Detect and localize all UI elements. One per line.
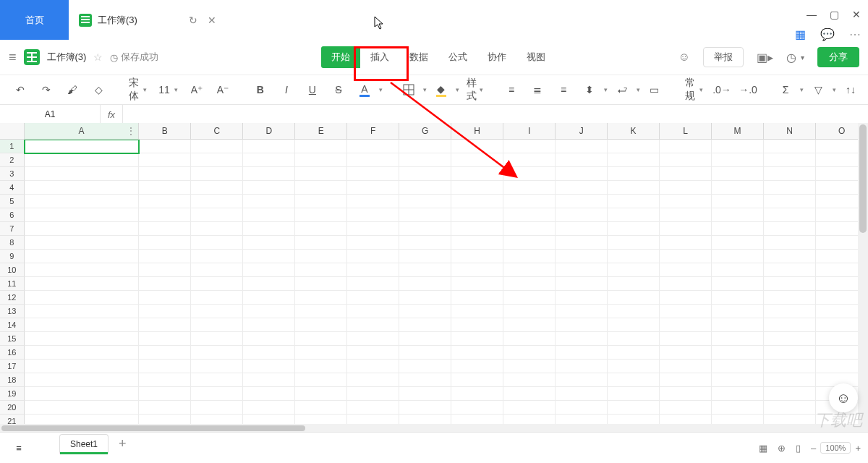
menu-data[interactable]: 数据 [399,46,438,68]
chevron-down-icon[interactable]: ▾ [801,54,804,61]
cell[interactable] [347,346,399,360]
cell[interactable] [25,263,140,277]
cell[interactable] [243,387,295,401]
cell[interactable] [347,318,399,332]
fill-color-button[interactable]: ◆ [430,80,453,99]
column-header-l[interactable]: L [660,123,712,139]
cell[interactable] [712,181,764,195]
cell[interactable] [712,346,764,360]
home-tab[interactable]: 首页 [0,0,69,40]
cell[interactable] [660,222,712,236]
cell[interactable] [608,140,660,153]
cell[interactable] [399,387,451,401]
cell[interactable] [25,401,140,415]
name-box[interactable]: A1 [0,105,101,124]
cell[interactable] [347,236,399,250]
cell[interactable] [399,318,451,332]
cell[interactable] [25,318,140,332]
cell[interactable] [608,346,660,360]
cell[interactable] [243,263,295,277]
cell[interactable] [712,236,764,250]
cell[interactable] [712,277,764,291]
cell[interactable] [503,208,556,222]
cell[interactable] [712,291,764,305]
cell[interactable] [191,305,243,318]
redo-button[interactable]: ↷ [35,80,58,99]
cell[interactable] [191,346,243,360]
cell[interactable] [451,277,503,291]
refresh-icon[interactable]: ↻ [189,14,197,26]
column-header-g[interactable]: G [399,123,451,139]
cell[interactable] [399,222,451,236]
cell[interactable] [660,263,712,277]
cell[interactable] [399,236,451,250]
cell[interactable] [347,277,399,291]
cell[interactable] [660,318,712,332]
cell[interactable] [712,153,764,167]
cell[interactable] [139,387,191,401]
wrap-text-button[interactable]: ⮐ [610,80,634,99]
cell[interactable] [25,387,140,401]
chevron-down-icon[interactable]: ▾ [379,86,383,93]
cell[interactable] [556,208,608,222]
cell[interactable] [139,346,191,360]
cell[interactable] [399,373,451,387]
cell[interactable] [556,140,608,153]
cell[interactable] [451,195,503,208]
cell[interactable] [712,208,764,222]
cell[interactable] [139,195,191,208]
cell[interactable] [25,140,140,153]
cell[interactable] [399,263,451,277]
decrease-font-button[interactable]: A⁻ [211,80,234,99]
strikethrough-button[interactable]: S [327,80,350,99]
cell[interactable] [295,263,347,277]
cell[interactable] [608,305,660,318]
chevron-down-icon[interactable]: ▾ [604,86,608,93]
cell[interactable] [399,346,451,360]
row-header[interactable]: 9 [0,250,25,263]
minimize-icon[interactable]: — [807,9,817,20]
sort-button[interactable]: ↑↓ [839,80,862,99]
cell[interactable] [660,360,712,373]
cell[interactable] [347,360,399,373]
clear-format-button[interactable]: ◇ [87,80,110,99]
cell[interactable] [347,291,399,305]
cell[interactable] [660,401,712,415]
cell[interactable] [295,195,347,208]
cell[interactable] [608,277,660,291]
cell[interactable] [243,250,295,263]
cell[interactable] [191,181,243,195]
cell[interactable] [608,153,660,167]
row-header[interactable]: 11 [0,277,25,291]
cell[interactable] [556,195,608,208]
cell[interactable] [556,277,608,291]
cell[interactable] [139,332,191,346]
cell[interactable] [556,373,608,387]
cell[interactable] [451,208,503,222]
sheet-menu-icon[interactable]: ≡ [7,438,30,457]
cell[interactable] [347,373,399,387]
cell[interactable] [295,346,347,360]
cell[interactable] [503,222,556,236]
cell[interactable] [503,140,556,153]
column-header-i[interactable]: I [503,123,556,139]
cell[interactable] [243,222,295,236]
cell[interactable] [191,263,243,277]
cell[interactable] [243,236,295,250]
cell[interactable] [764,195,816,208]
cell[interactable] [451,181,503,195]
cell[interactable] [139,263,191,277]
close-window-icon[interactable]: ✕ [852,9,861,20]
cell[interactable] [139,401,191,415]
font-color-button[interactable]: A [353,80,376,99]
cell[interactable] [25,250,140,263]
cell[interactable] [451,153,503,167]
cell[interactable] [556,181,608,195]
row-header[interactable]: 10 [0,263,25,277]
merge-cells-button[interactable]: ▭ [643,80,666,99]
cell[interactable] [25,291,140,305]
cell[interactable] [399,401,451,415]
cell[interactable] [191,236,243,250]
cell[interactable] [660,250,712,263]
cell[interactable] [25,305,140,318]
